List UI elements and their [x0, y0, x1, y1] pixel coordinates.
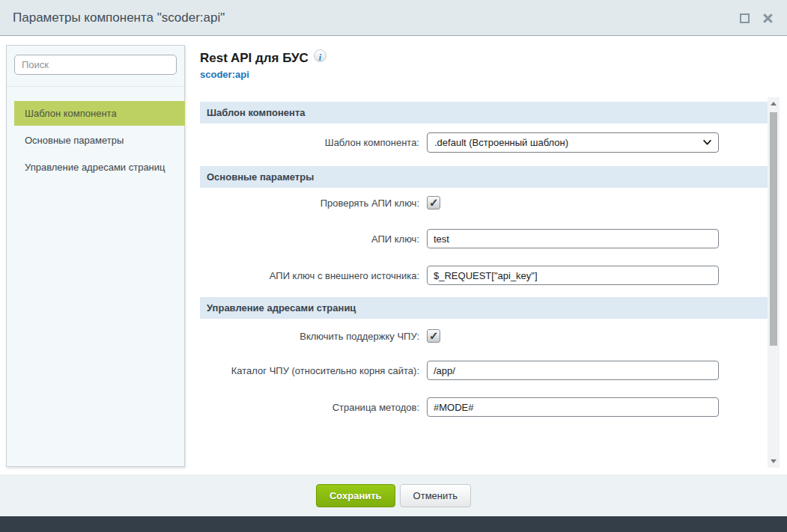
dialog-title-bar: Параметры компонента "scoder:api" — [0, 0, 787, 36]
field-label: АПИ ключ: — [200, 233, 427, 245]
field-label: Страница методов: — [200, 402, 427, 413]
component-title: Rest API для БУС — [200, 51, 309, 66]
scrollbar-thumb[interactable] — [770, 112, 777, 346]
maximize-icon[interactable] — [740, 13, 750, 23]
cancel-button[interactable]: Отменить — [400, 484, 471, 507]
field-label: Каталог ЧПУ (относительно корня сайта): — [200, 365, 427, 376]
section-header-component-template: Шаблон компонента — [200, 102, 768, 123]
scroll-up-icon[interactable] — [768, 98, 780, 110]
template-select-value: .default (Встроенный шаблон) — [434, 137, 703, 148]
dialog-footer: Сохранить Отменить — [0, 474, 787, 516]
scroll-down-icon[interactable] — [768, 455, 780, 467]
sidebar-menu: Шаблон компонента Основные параметры Упр… — [7, 101, 184, 180]
dialog-title: Параметры компонента "scoder:api" — [13, 10, 225, 25]
sidebar-divider — [7, 86, 184, 87]
form-row-check-api-key: Проверять АПИ ключ: — [200, 194, 768, 212]
template-select[interactable]: .default (Встроенный шаблон) — [427, 132, 719, 153]
sidebar-item-main-parameters[interactable]: Основные параметры — [14, 128, 185, 153]
sef-folder-input[interactable] — [427, 361, 719, 380]
sef-enable-checkbox[interactable] — [427, 329, 440, 343]
form-row-api-key-external: АПИ ключ с внешнего источника: — [200, 266, 768, 285]
methods-page-input[interactable] — [427, 397, 719, 417]
form-row-api-key: АПИ ключ: — [200, 229, 768, 248]
api-key-input[interactable] — [427, 229, 719, 248]
save-button[interactable]: Сохранить — [316, 484, 395, 507]
section-header-main-parameters: Основные параметры — [200, 166, 768, 188]
search-input[interactable] — [14, 55, 177, 75]
info-icon[interactable] — [314, 49, 326, 62]
chevron-down-icon — [703, 140, 711, 145]
field-label: Включить поддержку ЧПУ: — [200, 331, 427, 342]
close-icon[interactable] — [762, 12, 774, 24]
window-controls — [740, 0, 774, 36]
field-label: Шаблон компонента: — [200, 137, 427, 148]
form-row-sef-enable: Включить поддержку ЧПУ: — [200, 327, 768, 345]
section-header-url-management: Управление адресами страниц — [200, 297, 768, 319]
field-label: Проверять АПИ ключ: — [200, 198, 427, 209]
form-row-sef-folder: Каталог ЧПУ (относительно корня сайта): — [200, 361, 768, 380]
sidebar-item-url-management[interactable]: Управление адресами страниц — [14, 155, 185, 180]
api-key-external-input[interactable] — [427, 266, 719, 285]
form-scroll-area: Шаблон компонента Шаблон компонента: .de… — [200, 97, 780, 468]
form-row-methods-page: Страница методов: — [200, 397, 768, 417]
vertical-scrollbar[interactable] — [768, 97, 780, 468]
field-label: АПИ ключ с внешнего источника: — [200, 270, 427, 281]
check-api-key-checkbox[interactable] — [427, 196, 440, 210]
page-background-strip — [0, 516, 787, 532]
sidebar-item-component-template[interactable]: Шаблон компонента — [14, 101, 185, 126]
component-code-link[interactable]: scoder:api — [200, 69, 326, 80]
component-header: Rest API для БУС scoder:api — [200, 49, 326, 80]
settings-sidebar: Шаблон компонента Основные параметры Упр… — [6, 45, 185, 467]
form-row-template: Шаблон компонента: .default (Встроенный … — [200, 132, 768, 153]
